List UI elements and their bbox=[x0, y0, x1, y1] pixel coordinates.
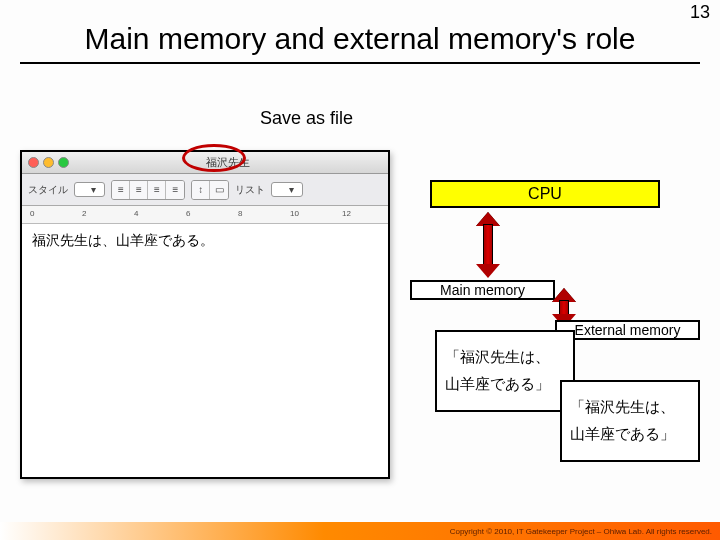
toolbar-list-label: リスト bbox=[235, 183, 265, 197]
mm-data-line2: 山羊座である」 bbox=[445, 375, 550, 394]
editor-ruler: 0 2 4 6 8 10 12 bbox=[22, 206, 388, 224]
footer-bar: Copyright © 2010, IT Gatekeeper Project … bbox=[0, 522, 720, 540]
minimize-icon bbox=[43, 157, 54, 168]
save-as-file-label: Save as file bbox=[260, 108, 353, 129]
ruler-tick: 12 bbox=[342, 209, 351, 218]
ruler-tick: 6 bbox=[186, 209, 190, 218]
external-memory-data-box: 「福沢先生は、 山羊座である」 bbox=[560, 380, 700, 462]
columns-icon: ▭ bbox=[210, 181, 228, 199]
ruler-tick: 8 bbox=[238, 209, 242, 218]
align-group: ≡ ≡ ≡ ≡ bbox=[111, 180, 185, 200]
editor-screenshot: 福沢先生 スタイル ▾ ≡ ≡ ≡ ≡ ↕ ▭ リスト ▾ 0 2 4 6 8 … bbox=[20, 150, 390, 479]
spacing-icon: ↕ bbox=[192, 181, 210, 199]
arrow-cpu-mainmemory bbox=[476, 212, 500, 278]
ruler-tick: 2 bbox=[82, 209, 86, 218]
external-memory-box: External memory bbox=[555, 320, 700, 340]
align-center-icon: ≡ bbox=[130, 181, 148, 199]
main-memory-data-box: 「福沢先生は、 山羊座である」 bbox=[435, 330, 575, 412]
zoom-icon bbox=[58, 157, 69, 168]
editor-toolbar: スタイル ▾ ≡ ≡ ≡ ≡ ↕ ▭ リスト ▾ bbox=[22, 174, 388, 206]
main-memory-box: Main memory bbox=[410, 280, 555, 300]
footer-text: Copyright © 2010, IT Gatekeeper Project … bbox=[450, 527, 712, 536]
align-right-icon: ≡ bbox=[148, 181, 166, 199]
toolbar-style-select: ▾ bbox=[74, 182, 105, 197]
spacing-group: ↕ ▭ bbox=[191, 180, 229, 200]
ruler-tick: 4 bbox=[134, 209, 138, 218]
title-highlight-circle bbox=[182, 144, 246, 172]
em-data-line1: 「福沢先生は、 bbox=[570, 398, 675, 417]
align-left-icon: ≡ bbox=[112, 181, 130, 199]
page-title: Main memory and external memory's role bbox=[0, 22, 720, 56]
toolbar-list-select: ▾ bbox=[271, 182, 302, 197]
title-divider bbox=[20, 62, 700, 64]
em-data-line2: 山羊座である」 bbox=[570, 425, 675, 444]
mm-data-line1: 「福沢先生は、 bbox=[445, 348, 550, 367]
editor-body-text: 福沢先生は、山羊座である。 bbox=[22, 224, 388, 258]
toolbar-style-label: スタイル bbox=[28, 183, 68, 197]
ruler-tick: 0 bbox=[30, 209, 34, 218]
cpu-box: CPU bbox=[430, 180, 660, 208]
close-icon bbox=[28, 157, 39, 168]
page-number: 13 bbox=[690, 2, 710, 23]
align-justify-icon: ≡ bbox=[166, 181, 184, 199]
ruler-tick: 10 bbox=[290, 209, 299, 218]
